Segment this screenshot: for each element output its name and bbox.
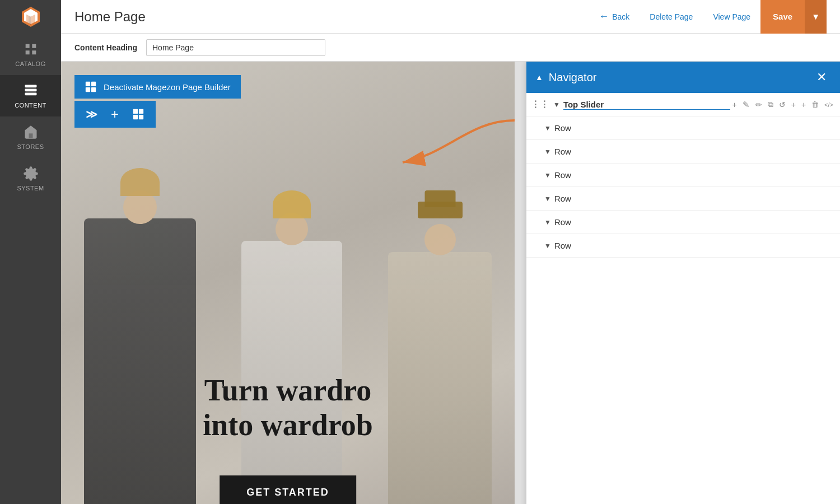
refresh-button[interactable]: ↺ [777, 99, 788, 111]
page-builder-icon [85, 81, 97, 93]
row-4-label: Row [554, 194, 836, 203]
content-heading-label: Content Heading [74, 43, 137, 52]
deactivate-banner[interactable]: Deactivate Magezon Page Builder [74, 75, 241, 99]
svg-rect-4 [25, 85, 36, 88]
tree-item-actions: + ✎ ✏ ⧉ ↺ + + 🗑 </> [730, 98, 836, 111]
add-before-button[interactable]: + [730, 99, 739, 111]
expand-arrow-icon: ▼ [553, 101, 560, 109]
edit-button[interactable]: ✎ [740, 98, 752, 111]
drag-handle-icon: ⋮⋮ [531, 99, 549, 110]
add-col-button[interactable]: + [799, 99, 808, 111]
navigator-row-4[interactable]: ▼ Row [526, 187, 840, 211]
save-dropdown-button[interactable]: ▼ [805, 0, 827, 34]
sidebar-item-content[interactable]: CONTENT [0, 75, 61, 116]
topbar-actions: ← Back Delete Page View Page Save ▼ [589, 0, 827, 34]
back-arrow-icon: ← [599, 11, 609, 22]
svg-rect-5 [25, 89, 36, 92]
svg-rect-9 [86, 82, 90, 86]
sidebar-item-stores[interactable]: STORES [0, 116, 61, 158]
svg-rect-6 [25, 93, 36, 96]
collapse-arrow-icon: ▼ [544, 124, 551, 132]
deactivate-label: Deactivate Magezon Page Builder [104, 82, 231, 92]
style-button[interactable]: ✏ [753, 99, 764, 111]
add-element-button[interactable]: + [109, 104, 121, 124]
navigator-tree[interactable]: ⋮⋮ ▼ Top Slider + ✎ ✏ ⧉ ↺ + + 🗑 </> [526, 93, 840, 504]
catalog-icon [23, 41, 39, 57]
navigator-row-3[interactable]: ▼ Row [526, 164, 840, 187]
navigator-panel: ▲ Navigator ✕ ⋮⋮ ▼ Top Slider + ✎ ✏ ⧉ ↺ [526, 62, 840, 504]
delete-page-button[interactable]: Delete Page [640, 0, 703, 34]
content-heading-bar: Content Heading [61, 34, 840, 62]
row-5-label: Row [554, 217, 836, 227]
navigator-row-6[interactable]: ▼ Row [526, 234, 840, 258]
stores-icon [23, 124, 39, 140]
view-page-button[interactable]: View Page [703, 0, 760, 34]
navigator-top-slider-item[interactable]: ⋮⋮ ▼ Top Slider + ✎ ✏ ⧉ ↺ + + 🗑 </> [526, 93, 840, 116]
grid-icon [132, 108, 144, 120]
svg-rect-12 [91, 87, 96, 92]
canvas-area: Turn wardro into wardrob GET STARTED [61, 62, 515, 504]
sidebar: CATALOG CONTENT STORES SYSTEM [0, 0, 61, 504]
top-slider-label: Top Slider [563, 100, 730, 110]
sidebar-item-system[interactable]: SYSTEM [0, 158, 61, 199]
hero-text-line1: Turn wardro [120, 373, 456, 408]
collapse-arrow-icon: ▼ [544, 242, 551, 250]
sidebar-item-content-label: CONTENT [15, 102, 46, 109]
navigator-row-1[interactable]: ▼ Row [526, 116, 840, 140]
chevron-down-icon: ▼ [811, 12, 820, 21]
row-2-label: Row [554, 147, 836, 156]
cta-button[interactable]: GET STARTED [220, 475, 356, 504]
page-title: Home Page [74, 9, 589, 25]
save-button[interactable]: Save [760, 0, 805, 34]
back-button[interactable]: ← Back [589, 0, 640, 34]
row-3-label: Row [554, 170, 836, 180]
grid-button[interactable] [130, 106, 147, 123]
magento-logo-icon [18, 4, 43, 29]
collapse-arrow-icon: ▼ [544, 171, 551, 179]
editor-area: Deactivate Magezon Page Builder ≫ + [61, 62, 840, 504]
navigator-row-2[interactable]: ▼ Row [526, 140, 840, 164]
svg-rect-13 [133, 109, 138, 114]
sidebar-logo [0, 0, 61, 34]
navigator-header: ▲ Navigator ✕ [526, 62, 840, 93]
svg-rect-11 [86, 87, 90, 92]
collapse-icon: ▲ [535, 73, 543, 82]
content-icon [23, 83, 39, 99]
add-after-button[interactable]: + [789, 99, 798, 111]
navigator-title: ▲ Navigator [535, 71, 596, 84]
row-1-label: Row [554, 123, 836, 133]
svg-rect-14 [139, 109, 143, 114]
topbar: Home Page ← Back Delete Page View Page S… [61, 0, 840, 34]
hero-text-line2: into wardrob [120, 408, 456, 442]
sidebar-item-system-label: SYSTEM [17, 185, 44, 192]
delete-button[interactable]: 🗑 [809, 99, 821, 110]
svg-rect-10 [91, 82, 96, 86]
collapse-arrow-icon: ▼ [544, 148, 551, 156]
collapse-arrow-icon: ▼ [544, 218, 551, 226]
content-heading-input[interactable] [146, 39, 325, 56]
row-6-label: Row [554, 241, 836, 250]
system-icon [23, 166, 39, 181]
builder-toolbar: ≫ + [74, 101, 156, 128]
svg-rect-7 [29, 133, 32, 138]
duplicate-button[interactable]: ⧉ [766, 98, 776, 111]
code-button[interactable]: </> [822, 100, 836, 110]
svg-rect-15 [133, 115, 138, 119]
sidebar-item-catalog[interactable]: CATALOG [0, 34, 61, 75]
sidebar-item-stores-label: STORES [17, 143, 44, 150]
navigator-close-button[interactable]: ✕ [812, 68, 831, 87]
move-button[interactable]: ≫ [83, 105, 100, 123]
navigator-row-5[interactable]: ▼ Row [526, 211, 840, 234]
svg-rect-16 [139, 115, 143, 119]
collapse-arrow-icon: ▼ [544, 195, 551, 203]
main-content: Home Page ← Back Delete Page View Page S… [61, 0, 840, 504]
sidebar-item-catalog-label: CATALOG [15, 60, 45, 67]
